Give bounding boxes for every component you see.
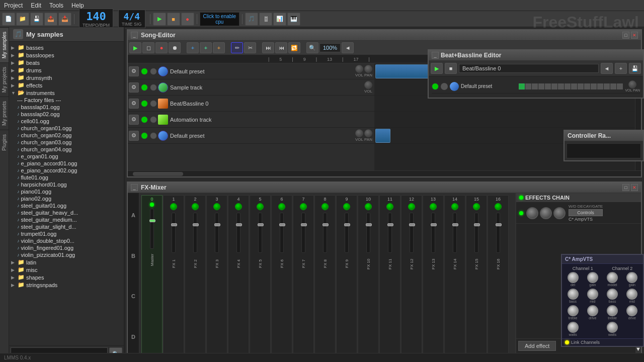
track-settings-3[interactable]: ⚙	[129, 99, 139, 109]
file-bassslap01[interactable]: ♪ bassslap01.ogg	[9, 104, 124, 111]
folder-latin[interactable]: ▶ 📁 latin	[9, 258, 124, 266]
fx-minimize[interactable]: _	[131, 184, 138, 191]
track-vol-2[interactable]	[364, 81, 372, 89]
bb-step[interactable]	[538, 83, 544, 89]
fx-enabled-led[interactable]	[519, 211, 523, 215]
folder-bassloopes[interactable]: ▶ 📁 bassloopes	[9, 51, 124, 59]
fx-knob-decay[interactable]	[540, 207, 552, 219]
record-button[interactable]: ●	[181, 13, 194, 26]
track-pan-5[interactable]	[364, 129, 372, 137]
file-cello01[interactable]: ♪ cello01.ogg	[9, 118, 124, 125]
file-steel-guitar-medium[interactable]: ♪ steel_guitar_medium...	[9, 216, 124, 223]
bb-add[interactable]: +	[615, 63, 627, 74]
folder-beats[interactable]: ▶ 📁 beats	[9, 59, 124, 66]
se-hscrollbar[interactable]	[128, 170, 641, 176]
bb-min[interactable]: _	[432, 52, 439, 59]
ch-fader-fx4[interactable]	[236, 223, 242, 226]
file-church-organ03[interactable]: ♪ church_organ03.ogg	[9, 139, 124, 146]
ch-fader-fx10[interactable]	[366, 223, 372, 226]
folder-drums[interactable]: ▶ 📁 drums	[9, 66, 124, 74]
bb-step[interactable]	[545, 83, 551, 89]
track-solo-3[interactable]	[150, 100, 157, 107]
file-bassslap02[interactable]: ♪ bassslap02.ogg	[9, 111, 124, 118]
track-mute-3[interactable]	[141, 100, 148, 107]
open-button[interactable]: 📁	[16, 13, 29, 26]
ch-knob-fx1[interactable]	[170, 203, 177, 210]
bb-solo-1[interactable]	[441, 83, 448, 90]
ch1-knob-bass[interactable]	[568, 289, 579, 300]
ch2-knob-model[interactable]	[607, 272, 618, 283]
file-violin-pizzicato[interactable]: ♪ violin_pizzicato01.ogg	[9, 251, 124, 258]
file-church-organ02[interactable]: ♪ church_organ02.ogg	[9, 132, 124, 139]
file-piano01[interactable]: ♪ piano01.ogg	[9, 188, 124, 195]
new-button[interactable]: 📄	[2, 13, 15, 26]
track-vol-1[interactable]	[355, 65, 363, 73]
menu-tools[interactable]: Tools	[45, 1, 67, 10]
ch-knob-fx6[interactable]	[278, 203, 285, 210]
bb-vol-knob-1[interactable]	[628, 80, 636, 88]
file-epiano02[interactable]: ♪ e_piano_accord02.ogg	[9, 167, 124, 174]
folder-shapes[interactable]: ▶ 📁 shapes	[9, 274, 124, 281]
timesig-value[interactable]: 4/4	[122, 11, 142, 22]
fx-knob-gate[interactable]	[553, 207, 566, 219]
ch1-knob-del[interactable]	[568, 272, 579, 283]
import-button[interactable]: 📥	[58, 13, 71, 26]
file-steel-guitar01[interactable]: ♪ steel_guitar01.ogg	[9, 202, 124, 209]
piano-roll-btn[interactable]: 🎹	[287, 13, 300, 26]
ch-knob-fx14[interactable]	[451, 203, 458, 210]
ch-knob-fx9[interactable]	[343, 203, 350, 210]
fx-knob-wd[interactable]	[526, 207, 538, 219]
ch1-knob-drive[interactable]	[587, 305, 598, 316]
play-button[interactable]: ▶	[153, 13, 166, 26]
tab-my-samples[interactable]: My samples	[0, 27, 9, 62]
bb-step[interactable]	[591, 83, 597, 89]
bb-prev[interactable]: ◄	[601, 63, 613, 74]
file-church-organ01[interactable]: ♪ church_organ01.ogg	[9, 125, 124, 132]
cpu-indicator[interactable]: Click to enable cpu	[200, 12, 240, 26]
bb-mute-1[interactable]	[432, 83, 439, 90]
save-button[interactable]: 💾	[30, 13, 43, 26]
bb-step[interactable]	[571, 83, 577, 89]
stop-button[interactable]: ■	[167, 13, 180, 26]
ch-fader-fx14[interactable]	[452, 223, 458, 226]
bb-step[interactable]	[597, 83, 603, 89]
ch-fader-fx8[interactable]	[323, 223, 329, 226]
ch-fader-fx15[interactable]	[474, 223, 480, 226]
track-vol-5[interactable]	[355, 129, 363, 137]
folder-effects[interactable]: ▶ 📁 effects	[9, 81, 124, 89]
ch-fader-fx5[interactable]	[258, 223, 264, 226]
folder-misc[interactable]: ▶ 📁 misc	[9, 266, 124, 274]
bb-step[interactable]	[584, 83, 590, 89]
track-mute-4[interactable]	[141, 116, 148, 123]
file-steel-guitar-slight[interactable]: ♪ steel_guitar_slight_d...	[9, 223, 124, 230]
ch2-knob-mid[interactable]	[626, 289, 637, 300]
se-minimize[interactable]: _	[131, 32, 138, 39]
file-violin-fingered[interactable]: ♪ violin_fingered01.ogg	[9, 244, 124, 251]
segment-1-1[interactable]	[375, 64, 436, 78]
ch-fader-fx1[interactable]	[171, 223, 177, 226]
track-mute-1[interactable]	[141, 68, 148, 75]
track-solo-2[interactable]	[150, 84, 157, 91]
track-settings-4[interactable]: ⚙	[129, 115, 139, 125]
folder-stringsnpads[interactable]: ▶ 📁 stringsnpads	[9, 281, 124, 289]
file-church-organ04[interactable]: ♪ church_organ04.ogg	[9, 146, 124, 153]
ch2-knob-watts[interactable]	[607, 322, 618, 333]
se-zoom[interactable]: 🔍	[306, 42, 318, 53]
menu-project[interactable]: Project	[0, 1, 27, 10]
se-record[interactable]: ●	[155, 42, 168, 53]
bb-save[interactable]: 💾	[629, 63, 641, 74]
file-eorgan01[interactable]: ♪ e_organ01.ogg	[9, 153, 124, 160]
se-close[interactable]: ✕	[631, 32, 638, 39]
tab-plugins[interactable]: Plugins	[0, 130, 9, 155]
file-harpsichord01[interactable]: ♪ harpsichord01.ogg	[9, 181, 124, 188]
ch-fader-fx12[interactable]	[409, 223, 415, 226]
se-skip-back[interactable]: ⏮	[275, 42, 287, 53]
se-add-auto[interactable]: +	[213, 42, 225, 53]
se-restore[interactable]: □	[622, 32, 629, 39]
file-epiano01[interactable]: ♪ e_piano_accord01.ogg	[9, 160, 124, 167]
ch-fader-fx3[interactable]	[214, 223, 220, 226]
song-editor-btn[interactable]: 📊	[273, 13, 286, 26]
se-add-sample[interactable]: +	[200, 42, 212, 53]
bb-step[interactable]	[525, 83, 531, 89]
fx-restore[interactable]: □	[622, 184, 629, 191]
